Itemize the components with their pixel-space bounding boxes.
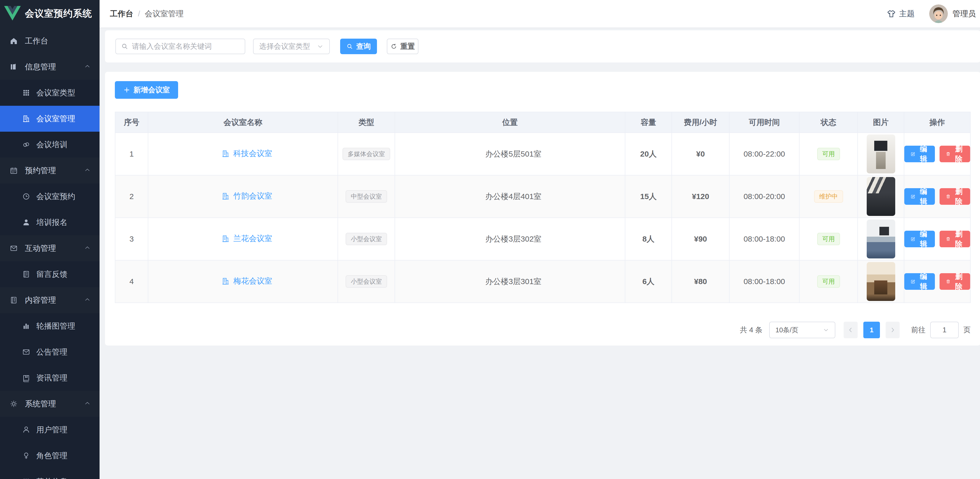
sidebar-item-training-signup[interactable]: 培训报名	[0, 209, 100, 236]
sidebar-item-carousel-mgmt[interactable]: 轮播图管理	[0, 313, 100, 339]
app-logo: 会议室预约系统	[0, 0, 100, 27]
edit-button[interactable]: 编辑	[904, 231, 935, 247]
notebook-icon	[10, 296, 18, 305]
reset-button[interactable]: 重置	[387, 39, 418, 54]
page-size-select[interactable]: 10条/页	[769, 321, 835, 338]
edit-button[interactable]: 编辑	[904, 273, 935, 290]
col-header-actions: 操作	[904, 112, 970, 133]
sidebar-item-feedback[interactable]: 留言反馈	[0, 261, 100, 287]
chevron-up-icon	[84, 63, 91, 71]
sidebar-item-menu-info[interactable]: 菜单信息	[0, 469, 100, 479]
building-icon	[221, 277, 230, 285]
room-type-select-placeholder: 选择会议室类型	[259, 41, 310, 51]
prev-page-button[interactable]	[844, 321, 858, 338]
building-icon	[221, 150, 230, 158]
sidebar-item-room-mgmt[interactable]: 会议室管理	[0, 106, 100, 132]
mail-icon	[10, 244, 18, 253]
edit-button[interactable]: 编辑	[904, 188, 935, 205]
sidebar-item-meeting-training[interactable]: 会议培训	[0, 132, 100, 158]
goto-label: 前往	[911, 325, 926, 335]
room-name-link[interactable]: 梅花会议室	[221, 276, 272, 286]
building-icon	[221, 235, 230, 243]
search-icon	[346, 43, 353, 50]
sidebar-item-room-reservation[interactable]: 会议室预约	[0, 183, 100, 209]
home-icon	[10, 37, 18, 45]
room-photo[interactable]	[867, 262, 895, 301]
theme-label: 主题	[899, 8, 915, 19]
status-badge: 可用	[817, 148, 840, 160]
sidebar-group-system-mgmt[interactable]: 系统管理	[0, 391, 100, 417]
avatar[interactable]	[929, 5, 948, 23]
edit-button[interactable]: 编辑	[904, 146, 935, 162]
sidebar-item-label: 培训报名	[36, 217, 67, 228]
keyword-search-input[interactable]	[132, 42, 240, 51]
chevron-up-icon	[84, 400, 91, 408]
sidebar-item-label: 会议室预约	[36, 191, 75, 202]
cell-capacity: 8人	[625, 218, 672, 260]
cell-time: 08:00-20:00	[729, 175, 799, 218]
sidebar-group-content-mgmt[interactable]: 内容管理	[0, 287, 100, 313]
sidebar-item-user-mgmt[interactable]: 用户管理	[0, 417, 100, 443]
delete-button[interactable]: 删除	[940, 146, 970, 162]
trash-icon	[946, 278, 950, 285]
room-name-link[interactable]: 兰花会议室	[221, 233, 272, 244]
room-name-link[interactable]: 竹韵会议室	[221, 191, 272, 201]
col-header-time: 可用时间	[729, 112, 799, 133]
table-row: 1 科技会议室 多媒体会议室 办公楼5层501室 20人 ¥0 08:00-22…	[115, 133, 970, 175]
col-header-name: 会议室名称	[148, 112, 338, 133]
building-icon	[22, 114, 30, 123]
table-row: 2 竹韵会议室 中型会议室 办公楼4层401室 15人 ¥120 08:00-2…	[115, 175, 970, 218]
add-room-button[interactable]: 新增会议室	[115, 81, 178, 99]
cell-index: 1	[115, 133, 148, 175]
pagination: 共 4 条 10条/页 1 前往 页	[115, 321, 970, 338]
cell-location: 办公楼3层302室	[395, 218, 625, 260]
search-icon	[121, 43, 128, 50]
room-type-select[interactable]: 选择会议室类型	[253, 39, 330, 54]
breadcrumb: 工作台 / 会议室管理	[110, 8, 183, 19]
vue-logo-icon	[4, 6, 21, 21]
search-button[interactable]: 查询	[340, 39, 377, 54]
sidebar-item-label: 互动管理	[25, 243, 56, 254]
sidebar-item-label: 留言反馈	[36, 269, 67, 280]
sidebar-group-reservation-mgmt[interactable]: 预约管理	[0, 158, 100, 183]
delete-button[interactable]: 删除	[940, 188, 970, 205]
sidebar-item-workbench[interactable]: 工作台	[0, 28, 100, 54]
status-badge: 可用	[817, 233, 840, 245]
cell-location: 办公楼3层301室	[395, 260, 625, 303]
next-page-button[interactable]	[886, 321, 900, 338]
page-number-1[interactable]: 1	[863, 321, 880, 338]
cell-capacity: 6人	[625, 260, 672, 303]
sidebar-item-role-mgmt[interactable]: 角色管理	[0, 443, 100, 469]
room-photo[interactable]	[867, 177, 895, 216]
sidebar-item-label: 轮播图管理	[36, 321, 75, 331]
room-table-card: 新增会议室 序号 会议室名称 类型 位置 容量	[105, 72, 980, 345]
theme-toggle-button[interactable]: 主题	[887, 8, 915, 19]
top-header: 工作台 / 会议室管理 主题 管理员	[100, 0, 980, 27]
building-icon	[221, 192, 230, 201]
clock-icon	[22, 192, 30, 201]
breadcrumb-separator: /	[138, 10, 140, 18]
goto-page-input[interactable]	[930, 321, 959, 338]
room-name-link[interactable]: 科技会议室	[221, 148, 272, 159]
delete-button[interactable]: 删除	[940, 273, 970, 290]
room-type-tag: 多媒体会议室	[342, 148, 390, 160]
sidebar-item-label: 内容管理	[25, 295, 56, 306]
sidebar-item-notice-mgmt[interactable]: 公告管理	[0, 339, 100, 365]
chevron-up-icon	[84, 244, 91, 252]
sidebar-item-label: 公告管理	[36, 347, 67, 357]
room-photo[interactable]	[867, 135, 895, 173]
sidebar-menu: 工作台 信息管理 会议室类型 会议室管理 会议培训	[0, 27, 100, 479]
breadcrumb-workbench[interactable]: 工作台	[110, 8, 133, 19]
trash-icon	[946, 151, 950, 158]
sidebar-item-room-type[interactable]: 会议室类型	[0, 80, 100, 106]
app-title: 会议室预约系统	[25, 7, 92, 20]
edit-icon	[910, 236, 915, 242]
sidebar-item-news-mgmt[interactable]: 资讯管理	[0, 365, 100, 391]
sidebar-group-info-mgmt[interactable]: 信息管理	[0, 54, 100, 80]
keyword-search-field[interactable]	[115, 39, 245, 54]
delete-button[interactable]: 删除	[940, 231, 970, 247]
sidebar-item-label: 菜单信息	[36, 476, 67, 479]
status-badge: 维护中	[814, 190, 843, 203]
sidebar-group-interaction-mgmt[interactable]: 互动管理	[0, 236, 100, 261]
room-photo[interactable]	[867, 220, 895, 258]
